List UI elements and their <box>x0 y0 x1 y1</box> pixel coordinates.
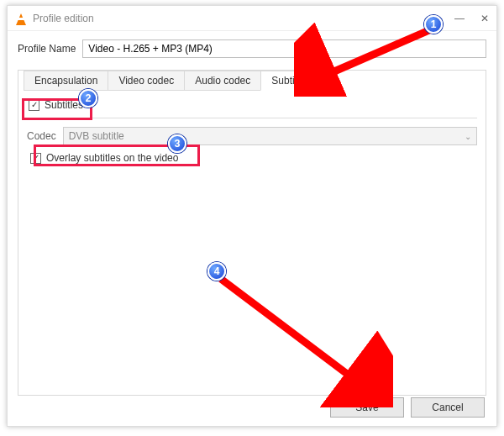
overlay-label: Overlay subtitles on the video <box>46 152 178 164</box>
codec-value: DVB subtitle <box>69 130 124 142</box>
cancel-button[interactable]: Cancel <box>411 397 485 418</box>
tab-subtitles[interactable]: Subtitles <box>260 71 321 91</box>
tab-video-codec[interactable]: Video codec <box>108 71 185 91</box>
save-button[interactable]: Save <box>330 397 404 418</box>
window-title: Profile edition <box>33 13 454 24</box>
codec-row: Codec DVB subtitle ⌄ <box>27 127 477 145</box>
tab-frame: Encapsulation Video codec Audio codec Su… <box>18 70 486 396</box>
profile-name-row: Profile Name <box>18 39 486 58</box>
annotation-badge-4: 4 <box>207 262 226 281</box>
minimize-button[interactable]: — <box>454 13 465 24</box>
codec-label: Codec <box>27 130 56 142</box>
codec-select[interactable]: DVB subtitle ⌄ <box>63 127 477 145</box>
dialog-footer: Save Cancel <box>330 397 485 418</box>
annotation-badge-3: 3 <box>168 134 186 153</box>
overlay-checkbox[interactable]: ✓ <box>30 153 41 164</box>
chevron-down-icon: ⌄ <box>465 132 471 141</box>
overlay-row[interactable]: ✓ Overlay subtitles on the video <box>27 150 477 165</box>
dialog-window: Profile edition — ✕ Profile Name Encapsu… <box>7 5 497 427</box>
tab-strip: Encapsulation Video codec Audio codec Su… <box>18 70 486 90</box>
tab-audio-codec[interactable]: Audio codec <box>184 71 261 91</box>
annotation-badge-1: 1 <box>424 15 443 34</box>
separator <box>27 118 477 118</box>
subtitles-checkbox[interactable]: ✓ <box>29 100 39 111</box>
close-button[interactable]: ✕ <box>480 13 490 24</box>
vlc-icon <box>14 12 28 25</box>
dialog-body: Profile Name Encapsulation Video codec A… <box>8 31 496 396</box>
subtitles-enable-label: Subtitles <box>45 99 83 111</box>
tab-encapsulation[interactable]: Encapsulation <box>24 71 108 91</box>
annotation-badge-2: 2 <box>79 89 97 108</box>
window-controls: — ✕ <box>454 13 490 24</box>
profile-name-input[interactable] <box>82 39 486 58</box>
profile-name-label: Profile Name <box>18 43 76 55</box>
titlebar: Profile edition — ✕ <box>8 6 496 31</box>
